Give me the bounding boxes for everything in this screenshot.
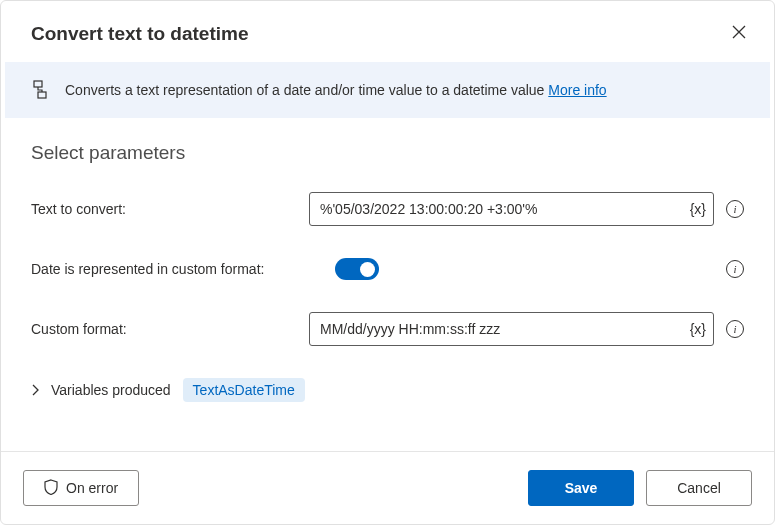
on-error-button[interactable]: On error [23, 470, 139, 506]
info-icon[interactable]: i [726, 200, 744, 218]
on-error-label: On error [66, 480, 118, 496]
chevron-right-icon[interactable] [31, 384, 39, 396]
cancel-button[interactable]: Cancel [646, 470, 752, 506]
info-banner: Converts a text representation of a date… [5, 62, 770, 118]
variables-produced-row: Variables produced TextAsDateTime [31, 378, 744, 402]
dialog-header: Convert text to datetime [1, 1, 774, 62]
custom-format-toggle[interactable] [335, 258, 379, 280]
variable-badge[interactable]: TextAsDateTime [183, 378, 305, 402]
info-icon[interactable]: i [726, 320, 744, 338]
custom-format-toggle-control: i [335, 258, 744, 280]
custom-format-input-wrap: {x} [309, 312, 714, 346]
custom-format-label: Custom format: [31, 321, 295, 337]
variable-picker-icon[interactable]: {x} [690, 201, 706, 217]
save-button[interactable]: Save [528, 470, 634, 506]
info-banner-text: Converts a text representation of a date… [65, 82, 607, 98]
footer-actions: Save Cancel [528, 470, 752, 506]
variable-picker-icon[interactable]: {x} [690, 321, 706, 337]
dialog-title: Convert text to datetime [31, 23, 248, 45]
more-info-link[interactable]: More info [548, 82, 606, 98]
close-button[interactable] [726, 19, 752, 48]
shield-icon [44, 479, 58, 498]
text-to-convert-input-wrap: {x} [309, 192, 714, 226]
text-to-convert-row: Text to convert: {x} i [31, 192, 744, 226]
info-icon[interactable]: i [726, 260, 744, 278]
svg-rect-0 [34, 81, 42, 87]
text-to-convert-control: {x} i [309, 192, 744, 226]
custom-format-input[interactable] [309, 312, 714, 346]
action-icon [33, 80, 51, 100]
text-to-convert-input[interactable] [309, 192, 714, 226]
dialog-footer: On error Save Cancel [1, 451, 774, 524]
custom-format-toggle-label: Date is represented in custom format: [31, 261, 321, 277]
custom-format-control: {x} i [309, 312, 744, 346]
info-banner-message: Converts a text representation of a date… [65, 82, 548, 98]
section-title: Select parameters [31, 142, 744, 164]
dialog-content: Select parameters Text to convert: {x} i… [1, 118, 774, 451]
custom-format-row: Custom format: {x} i [31, 312, 744, 346]
close-icon [732, 25, 746, 42]
svg-rect-1 [38, 92, 46, 98]
custom-format-toggle-row: Date is represented in custom format: i [31, 258, 744, 280]
variables-produced-label: Variables produced [51, 382, 171, 398]
text-to-convert-label: Text to convert: [31, 201, 295, 217]
